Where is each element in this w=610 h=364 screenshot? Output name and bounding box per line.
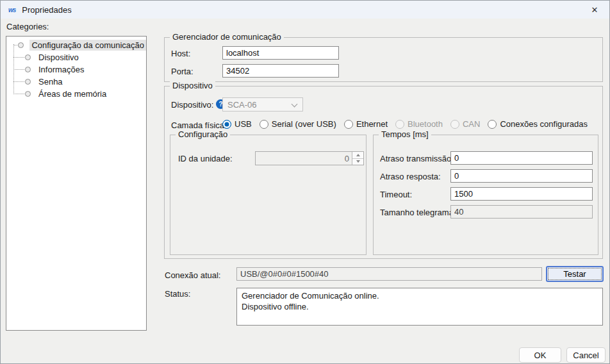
response-delay-label: Atraso resposta: (380, 172, 441, 181)
device-select-value: SCA-06 (227, 100, 257, 110)
telegram-size-input (450, 205, 593, 219)
tree-item-informacoes[interactable]: Informações (6, 63, 146, 76)
group-configuration: Configuração ID da unidade: 0 (170, 135, 367, 255)
port-label: Porta: (171, 67, 194, 76)
status-line-1: Gerenciador de Comunicação online. (242, 290, 598, 301)
tree-item-dispositivo[interactable]: Dispositivo (6, 51, 146, 63)
tree-item-label: Configuração da comunicação (29, 40, 146, 51)
radio-conexoes-configuradas[interactable]: Conexões configuradas (488, 119, 588, 129)
group-device-legend: Dispositivo (170, 81, 215, 90)
tree-item-label: Dispositivo (37, 52, 81, 63)
test-button[interactable]: Testar (546, 266, 604, 282)
close-icon: ✕ (591, 5, 598, 15)
tree-item-label: Áreas de memória (37, 88, 108, 99)
status-label: Status: (165, 289, 190, 299)
current-connection-field (236, 267, 542, 281)
group-comm-manager: Gerenciador de comunicação Host: Porta: (164, 37, 603, 82)
categories-label: Categories: (6, 22, 49, 31)
telegram-size-label: Tamanho telegrama: (380, 208, 456, 217)
tree-bullet-icon (25, 79, 31, 85)
categories-tree: Configuração da comunicação Dispositivo … (6, 36, 147, 331)
radio-usb[interactable]: USB (222, 119, 252, 129)
unit-id-value: 0 (345, 154, 349, 163)
current-connection-label: Conexão atual: (165, 270, 220, 280)
close-button[interactable]: ✕ (580, 1, 609, 19)
group-times-legend: Tempos [ms] (379, 129, 431, 139)
tx-delay-label: Atraso transmissão: (380, 154, 454, 163)
properties-dialog: ws Propriedades ✕ Categories: Configuraç… (0, 0, 610, 364)
group-device: Dispositivo Dispositivo: ? SCA-06 Camada… (164, 86, 603, 259)
radio-serial-over-usb[interactable]: Serial (over USB) (260, 119, 336, 129)
tree-item-configuracao-comunicacao[interactable]: Configuração da comunicação (6, 39, 146, 51)
status-box: Gerenciador de Comunicação online. Dispo… (236, 288, 603, 326)
tree-item-label: Informações (37, 64, 87, 75)
device-label: Dispositivo: (171, 100, 213, 110)
tree-bullet-icon (25, 54, 31, 60)
radio-conexoes-icon (488, 120, 497, 129)
physical-layer-label: Camada física: (171, 120, 227, 130)
radio-usb-icon (222, 120, 231, 129)
spinner-down-icon (352, 158, 363, 165)
radio-can-icon (450, 120, 459, 129)
ok-button[interactable]: OK (519, 347, 561, 363)
status-line-2: Dispositivo offline. (242, 301, 598, 312)
tree-bullet-icon (18, 42, 24, 48)
radio-ethernet-icon (344, 120, 353, 129)
radio-bluetooth: Bluetooth (395, 119, 443, 129)
tree-item-senha[interactable]: Senha (6, 76, 146, 88)
spinner-up-icon (352, 152, 363, 158)
physical-layer-radios: USB Serial (over USB) Ethernet Bluetooth… (222, 119, 588, 129)
response-delay-input[interactable] (450, 169, 593, 183)
radio-ethernet[interactable]: Ethernet (344, 119, 388, 129)
radio-bluetooth-icon (395, 120, 404, 129)
titlebar: ws Propriedades ✕ (1, 1, 609, 19)
host-label: Host: (171, 49, 190, 58)
timeout-label: Timeout: (380, 190, 412, 199)
window-title: Propriedades (22, 5, 71, 15)
unit-id-label: ID da unidade: (178, 154, 233, 163)
unit-id-spinner: 0 (255, 151, 364, 165)
cancel-button[interactable]: Cancel (566, 347, 606, 363)
tree-bullet-icon (25, 91, 31, 97)
radio-can: CAN (450, 119, 480, 129)
tx-delay-input[interactable] (450, 151, 593, 165)
tree-item-label: Senha (37, 76, 65, 87)
port-input[interactable] (222, 64, 339, 78)
tree-item-areas-memoria[interactable]: Áreas de memória (6, 88, 146, 100)
host-input[interactable] (222, 46, 339, 60)
group-comm-manager-legend: Gerenciador de comunicação (170, 32, 284, 42)
chevron-down-icon (292, 101, 298, 108)
radio-serial-icon (260, 120, 268, 129)
device-select: SCA-06 (222, 97, 303, 112)
timeout-input[interactable] (450, 187, 593, 201)
group-times: Tempos [ms] Atraso transmissão: Atraso r… (373, 135, 598, 255)
group-configuration-legend: Configuração (176, 129, 230, 139)
app-icon: ws (8, 6, 15, 13)
tree-bullet-icon (25, 67, 31, 72)
